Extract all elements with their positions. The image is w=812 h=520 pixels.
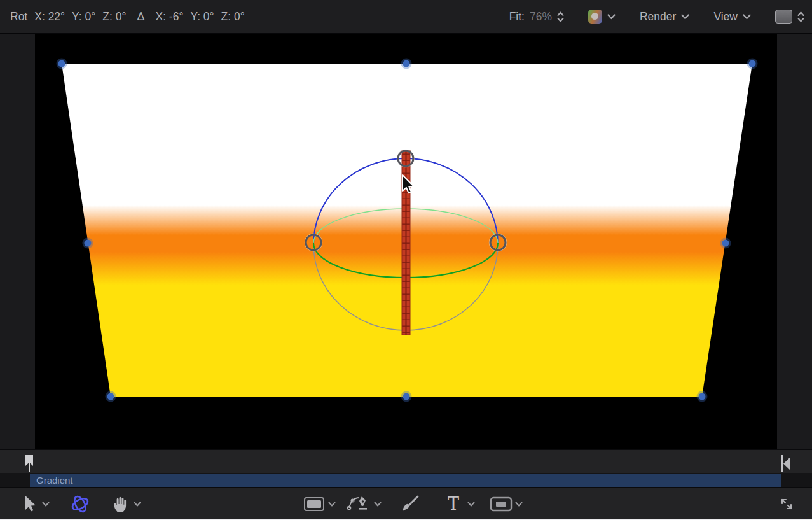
zoom-percent-value: 76%	[530, 10, 552, 24]
track-label: Gradient	[36, 475, 73, 486]
chevron-down-icon	[42, 502, 50, 507]
mask-tool[interactable]	[490, 488, 513, 519]
text-T-icon: T	[445, 494, 462, 514]
rectangle-tool[interactable]	[303, 488, 325, 519]
zoom-stepper-icon[interactable]	[557, 11, 564, 22]
chevron-down-icon	[743, 14, 751, 20]
resize-window-control[interactable]	[777, 488, 796, 519]
paint-stroke-tool[interactable]	[399, 488, 421, 519]
motion-canvas-window: Rot X: 22° Y: 0° Z: 0° Δ X: -6° Y: 0° Z:…	[0, 0, 812, 520]
timeline-track-row: Gradient	[0, 473, 812, 488]
rectangle-icon	[303, 496, 325, 512]
pan-tool-dropdown[interactable]	[134, 488, 141, 519]
layout-square-icon	[775, 10, 792, 24]
delta-y-value: Y: 0°	[190, 10, 214, 24]
delta-symbol: Δ	[137, 10, 144, 24]
fit-label: Fit:	[509, 10, 525, 24]
chevron-down-icon	[515, 502, 523, 507]
pan-tool[interactable]	[112, 488, 128, 519]
transform-3d-tool[interactable]	[70, 488, 90, 519]
zoom-level-control[interactable]: Fit: 76%	[509, 10, 564, 24]
chevron-down-icon	[134, 502, 141, 507]
canvas-scene	[35, 34, 777, 449]
chevron-down-icon	[328, 502, 336, 507]
chevron-down-icon	[681, 14, 689, 20]
mask-rectangle-icon	[490, 496, 513, 512]
rotation-z-value: Z: 0°	[102, 10, 126, 24]
chevron-down-icon	[374, 502, 382, 507]
canvas-viewport[interactable]	[35, 34, 777, 449]
select-tool[interactable]	[23, 488, 37, 519]
chevron-down-icon	[467, 502, 475, 507]
text-tool-dropdown[interactable]	[467, 488, 475, 519]
layout-stepper-icon	[797, 11, 804, 22]
render-menu-label: Render	[640, 10, 676, 24]
tool-strip: T	[0, 488, 812, 519]
range-end-marker-icon[interactable]	[782, 455, 790, 472]
svg-text:T: T	[448, 494, 459, 514]
rotation-readout: Rot X: 22° Y: 0° Z: 0° Δ X: -6° Y: 0° Z:…	[10, 10, 245, 24]
text-tool[interactable]: T	[445, 488, 462, 519]
render-menu[interactable]: Render	[640, 10, 689, 24]
view-menu-label: View	[713, 10, 738, 24]
canvas-status-bar: Rot X: 22° Y: 0° Z: 0° Δ X: -6° Y: 0° Z:…	[0, 0, 812, 34]
arrow-cursor-icon	[23, 495, 37, 513]
select-tool-dropdown[interactable]	[42, 488, 50, 519]
bezier-tool[interactable]	[347, 488, 371, 519]
hand-icon	[112, 495, 128, 512]
timeline-bar-gradient[interactable]: Gradient	[30, 474, 781, 487]
window-layout-control[interactable]	[775, 10, 804, 24]
pen-icon	[347, 495, 371, 514]
diagonal-arrows-icon	[777, 495, 796, 514]
channels-dropdown[interactable]	[588, 10, 616, 24]
view-menu[interactable]: View	[713, 10, 751, 24]
orbit-3d-icon	[70, 494, 90, 514]
brush-icon	[399, 494, 421, 514]
bezier-tool-dropdown[interactable]	[374, 488, 382, 519]
color-swatch-icon	[588, 10, 602, 24]
delta-z-value: Z: 0°	[221, 10, 245, 24]
rotation-y-value: Y: 0°	[72, 10, 95, 24]
mini-timeline[interactable]	[0, 449, 812, 473]
rectangle-tool-dropdown[interactable]	[328, 488, 336, 519]
playhead-marker-icon[interactable]	[25, 455, 33, 472]
rotation-label: Rot	[10, 10, 27, 24]
delta-x-value: X: -6°	[155, 10, 183, 24]
mask-tool-dropdown[interactable]	[515, 488, 523, 519]
chevron-down-icon	[607, 14, 616, 20]
rotation-x-value: X: 22°	[34, 10, 65, 24]
